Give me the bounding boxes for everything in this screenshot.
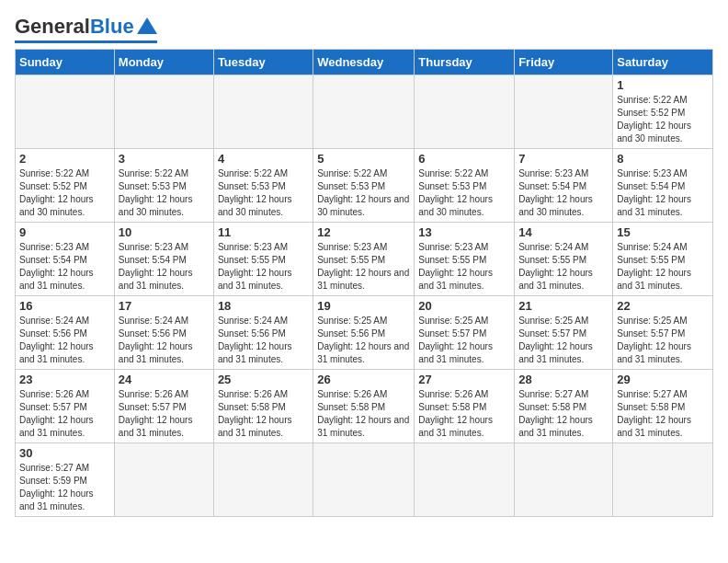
logo-icon [137, 17, 157, 34]
day-number: 11 [218, 225, 309, 239]
calendar-cell: 7Sunrise: 5:23 AMSunset: 5:54 PMDaylight… [515, 149, 613, 223]
day-number: 9 [19, 225, 110, 239]
calendar-cell: 24Sunrise: 5:26 AMSunset: 5:57 PMDayligh… [114, 370, 213, 443]
calendar-cell: 29Sunrise: 5:27 AMSunset: 5:58 PMDayligh… [613, 370, 713, 443]
day-number: 18 [218, 299, 309, 313]
day-info: Sunrise: 5:22 AMSunset: 5:53 PMDaylight:… [119, 167, 210, 219]
day-info: Sunrise: 5:26 AMSunset: 5:57 PMDaylight:… [119, 388, 210, 440]
day-info: Sunrise: 5:22 AMSunset: 5:52 PMDaylight:… [617, 94, 709, 145]
calendar-cell: 3Sunrise: 5:22 AMSunset: 5:53 PMDaylight… [114, 149, 213, 223]
day-number: 2 [19, 152, 110, 166]
day-info: Sunrise: 5:24 AMSunset: 5:56 PMDaylight:… [119, 315, 210, 366]
logo-underline [15, 40, 157, 43]
calendar-cell [415, 443, 515, 517]
calendar-cell: 23Sunrise: 5:26 AMSunset: 5:57 PMDayligh… [16, 370, 115, 443]
day-number: 14 [518, 225, 609, 239]
day-number: 8 [617, 152, 709, 166]
calendar-cell: 26Sunrise: 5:26 AMSunset: 5:58 PMDayligh… [313, 370, 415, 443]
svg-marker-0 [137, 17, 157, 34]
calendar-cell [415, 75, 515, 149]
day-info: Sunrise: 5:23 AMSunset: 5:54 PMDaylight:… [617, 167, 709, 219]
calendar-cell: 1Sunrise: 5:22 AMSunset: 5:52 PMDaylight… [613, 75, 713, 149]
week-row-1: 1Sunrise: 5:22 AMSunset: 5:52 PMDaylight… [16, 75, 713, 149]
calendar-cell: 17Sunrise: 5:24 AMSunset: 5:56 PMDayligh… [114, 296, 213, 370]
day-info: Sunrise: 5:24 AMSunset: 5:55 PMDaylight:… [518, 241, 609, 293]
calendar-cell [515, 443, 613, 517]
calendar-cell: 20Sunrise: 5:25 AMSunset: 5:57 PMDayligh… [415, 296, 515, 370]
day-info: Sunrise: 5:26 AMSunset: 5:57 PMDaylight:… [19, 388, 110, 440]
weekday-header-saturday: Saturday [613, 50, 713, 75]
calendar-cell [16, 75, 115, 149]
calendar-cell [613, 443, 713, 517]
weekday-header-sunday: Sunday [16, 50, 115, 75]
logo: General Blue [15, 15, 157, 43]
week-row-5: 23Sunrise: 5:26 AMSunset: 5:57 PMDayligh… [16, 370, 713, 443]
week-row-2: 2Sunrise: 5:22 AMSunset: 5:52 PMDaylight… [16, 149, 713, 223]
day-info: Sunrise: 5:23 AMSunset: 5:55 PMDaylight:… [418, 241, 510, 293]
day-number: 6 [418, 152, 510, 166]
day-number: 5 [317, 152, 410, 166]
weekday-header-row: SundayMondayTuesdayWednesdayThursdayFrid… [16, 50, 713, 75]
calendar-cell: 5Sunrise: 5:22 AMSunset: 5:53 PMDaylight… [313, 149, 415, 223]
header: General Blue [15, 15, 713, 43]
day-number: 22 [617, 299, 709, 313]
day-number: 26 [317, 373, 410, 386]
day-number: 25 [218, 373, 309, 386]
calendar-cell [114, 75, 213, 149]
weekday-header-tuesday: Tuesday [213, 50, 313, 75]
day-number: 13 [418, 225, 510, 239]
day-info: Sunrise: 5:27 AMSunset: 5:58 PMDaylight:… [617, 388, 709, 440]
calendar-cell: 22Sunrise: 5:25 AMSunset: 5:57 PMDayligh… [613, 296, 713, 370]
calendar-cell: 8Sunrise: 5:23 AMSunset: 5:54 PMDaylight… [613, 149, 713, 223]
day-info: Sunrise: 5:27 AMSunset: 5:58 PMDaylight:… [518, 388, 609, 440]
calendar-cell: 18Sunrise: 5:24 AMSunset: 5:56 PMDayligh… [213, 296, 313, 370]
day-info: Sunrise: 5:22 AMSunset: 5:53 PMDaylight:… [418, 167, 510, 219]
day-info: Sunrise: 5:26 AMSunset: 5:58 PMDaylight:… [418, 388, 510, 440]
calendar-cell: 9Sunrise: 5:23 AMSunset: 5:54 PMDaylight… [16, 223, 115, 296]
day-number: 7 [518, 152, 609, 166]
weekday-header-wednesday: Wednesday [313, 50, 415, 75]
day-number: 16 [19, 299, 110, 313]
calendar-cell [213, 443, 313, 517]
day-number: 10 [119, 225, 210, 239]
day-info: Sunrise: 5:25 AMSunset: 5:57 PMDaylight:… [518, 315, 609, 366]
day-number: 27 [418, 373, 510, 386]
day-number: 29 [617, 373, 709, 386]
day-info: Sunrise: 5:25 AMSunset: 5:57 PMDaylight:… [617, 315, 709, 366]
day-info: Sunrise: 5:22 AMSunset: 5:53 PMDaylight:… [317, 167, 410, 219]
calendar-cell: 19Sunrise: 5:25 AMSunset: 5:56 PMDayligh… [313, 296, 415, 370]
calendar-cell: 21Sunrise: 5:25 AMSunset: 5:57 PMDayligh… [515, 296, 613, 370]
calendar-cell: 14Sunrise: 5:24 AMSunset: 5:55 PMDayligh… [515, 223, 613, 296]
day-number: 19 [317, 299, 410, 313]
day-info: Sunrise: 5:24 AMSunset: 5:56 PMDaylight:… [218, 315, 309, 366]
calendar-cell: 11Sunrise: 5:23 AMSunset: 5:55 PMDayligh… [213, 223, 313, 296]
logo-general-text: General [15, 15, 90, 39]
calendar-cell [515, 75, 613, 149]
calendar-cell: 12Sunrise: 5:23 AMSunset: 5:55 PMDayligh… [313, 223, 415, 296]
calendar-cell: 28Sunrise: 5:27 AMSunset: 5:58 PMDayligh… [515, 370, 613, 443]
day-info: Sunrise: 5:27 AMSunset: 5:59 PMDaylight:… [19, 462, 110, 513]
day-info: Sunrise: 5:23 AMSunset: 5:55 PMDaylight:… [317, 241, 410, 293]
calendar-cell [114, 443, 213, 517]
calendar-cell [313, 443, 415, 517]
calendar-cell: 27Sunrise: 5:26 AMSunset: 5:58 PMDayligh… [415, 370, 515, 443]
day-info: Sunrise: 5:26 AMSunset: 5:58 PMDaylight:… [218, 388, 309, 440]
day-number: 1 [617, 78, 709, 92]
day-number: 3 [119, 152, 210, 166]
day-info: Sunrise: 5:25 AMSunset: 5:56 PMDaylight:… [317, 315, 410, 366]
day-number: 30 [19, 446, 110, 460]
day-info: Sunrise: 5:24 AMSunset: 5:56 PMDaylight:… [19, 315, 110, 366]
calendar-cell: 30Sunrise: 5:27 AMSunset: 5:59 PMDayligh… [16, 443, 115, 517]
day-number: 12 [317, 225, 410, 239]
day-number: 17 [119, 299, 210, 313]
day-number: 23 [19, 373, 110, 386]
week-row-6: 30Sunrise: 5:27 AMSunset: 5:59 PMDayligh… [16, 443, 713, 517]
week-row-3: 9Sunrise: 5:23 AMSunset: 5:54 PMDaylight… [16, 223, 713, 296]
calendar-cell [213, 75, 313, 149]
calendar-cell: 2Sunrise: 5:22 AMSunset: 5:52 PMDaylight… [16, 149, 115, 223]
day-number: 15 [617, 225, 709, 239]
calendar-table: SundayMondayTuesdayWednesdayThursdayFrid… [15, 49, 713, 517]
calendar-cell: 16Sunrise: 5:24 AMSunset: 5:56 PMDayligh… [16, 296, 115, 370]
day-number: 20 [418, 299, 510, 313]
weekday-header-monday: Monday [114, 50, 213, 75]
